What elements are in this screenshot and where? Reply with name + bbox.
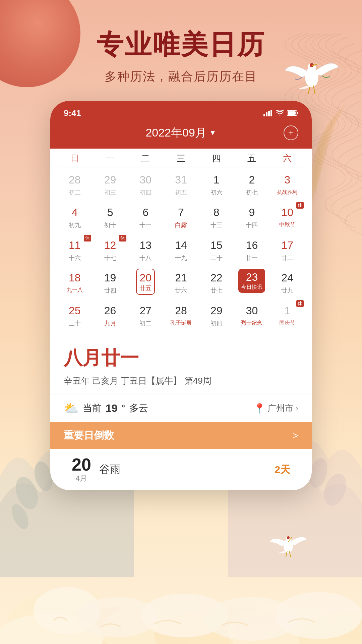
- rest-tag-11: 休: [84, 235, 91, 241]
- day-9-sep[interactable]: 9 十四: [234, 200, 270, 232]
- countdown-day-num: 20: [72, 456, 91, 473]
- weather-chevron-icon: ›: [296, 404, 298, 413]
- month-dropdown-arrow[interactable]: ▼: [209, 128, 217, 137]
- weather-prefix: 当前: [83, 402, 102, 415]
- status-time: 9:41: [64, 108, 81, 118]
- day-7-sep[interactable]: 7 白露: [163, 200, 199, 232]
- day-16-sep[interactable]: 16 廿一: [234, 233, 270, 265]
- phone-mockup: 9:41: [50, 101, 312, 490]
- week-3: 休 11 十六 休 12 十七 13 十八 14 十九: [57, 233, 305, 265]
- day-30-sep[interactable]: 30 烈士纪念: [234, 298, 270, 331]
- day-23-sep-today[interactable]: 23 今日快讯: [234, 265, 270, 298]
- location-dot-icon: 📍: [254, 403, 265, 414]
- crane-bottom-decoration: [268, 530, 308, 560]
- svg-rect-23: [263, 114, 265, 116]
- svg-rect-26: [270, 110, 272, 116]
- rest-tag-1oct: 休: [296, 300, 304, 307]
- day-27-sep[interactable]: 27 初二: [128, 298, 163, 331]
- lunar-date-big: 八月廿一: [64, 345, 298, 371]
- day-31-aug[interactable]: 31 初五: [163, 167, 199, 200]
- day-12-sep[interactable]: 休 12 十七: [93, 233, 128, 265]
- calendar-header: 2022年09月 ▼ +: [50, 120, 312, 149]
- weekday-sat: 六: [269, 153, 305, 164]
- weather-condition: 多云: [129, 402, 148, 415]
- countdown-days-remaining: 2天: [275, 463, 290, 477]
- day-15-sep[interactable]: 15 二十: [199, 233, 234, 265]
- rest-tag-12: 休: [119, 235, 126, 241]
- battery-icon: [287, 110, 298, 116]
- month-title[interactable]: 2022年09月: [145, 125, 206, 141]
- day-28-sep[interactable]: 28 孔子诞辰: [163, 298, 199, 331]
- day-24-sep[interactable]: 24 廿九: [269, 265, 305, 298]
- weather-row[interactable]: ⛅ 当前 19 ° 多云 📍 广州市 ›: [50, 394, 312, 422]
- status-bar: 9:41: [50, 101, 312, 120]
- weekday-fri: 五: [234, 153, 270, 164]
- weekday-sun: 日: [57, 153, 93, 164]
- countdown-title: 重要日倒数: [64, 429, 114, 442]
- week-1: 28 初二 29 初三 30 初四 31 初五 1 初六: [57, 167, 305, 200]
- week-2: 4 初九 5 初十 6 十一 7 白露 8 十三: [57, 200, 305, 232]
- day-21-sep[interactable]: 21 廿六: [163, 265, 199, 298]
- main-title: 专业唯美日历: [97, 27, 265, 63]
- weather-right[interactable]: 📍 广州市 ›: [254, 402, 298, 414]
- day-3-sep[interactable]: 3 抗战胜利: [269, 167, 305, 200]
- day-25-sep[interactable]: 25 三十: [57, 298, 93, 331]
- svg-point-16: [275, 592, 362, 639]
- sub-title: 多种历法，融合后历历在目: [105, 68, 257, 85]
- day-info-panel: 八月廿一 辛丑年 己亥月 丁丑日【属牛】 第49周: [50, 337, 312, 394]
- day-28-aug[interactable]: 28 初二: [57, 167, 93, 200]
- wifi-icon: [276, 110, 284, 116]
- weekday-header: 日 一 二 三 四 五 六: [57, 149, 305, 167]
- countdown-event-name: 谷雨: [99, 462, 266, 477]
- day-6-sep[interactable]: 6 十一: [128, 200, 163, 232]
- status-icons: [263, 110, 298, 116]
- day-4-sep[interactable]: 4 初九: [57, 200, 93, 232]
- day-20-sep[interactable]: 20 廿五: [128, 265, 163, 298]
- day-29-sep[interactable]: 29 初四: [199, 298, 234, 331]
- weekday-wed: 三: [163, 153, 199, 164]
- countdown-arrow-icon: >: [293, 430, 298, 441]
- weather-icon: ⛅: [64, 401, 79, 415]
- weekday-tue: 二: [128, 153, 163, 164]
- countdown-section[interactable]: 重要日倒数 >: [50, 422, 312, 449]
- countdown-card[interactable]: 20 4月 谷雨 2天: [64, 449, 298, 490]
- svg-rect-25: [268, 111, 270, 116]
- svg-rect-28: [288, 111, 296, 115]
- add-event-button[interactable]: +: [284, 125, 298, 140]
- day-22-sep[interactable]: 22 廿七: [199, 265, 234, 298]
- svg-rect-24: [266, 112, 267, 116]
- day-18-sep[interactable]: 18 九一八: [57, 265, 93, 298]
- day-29-aug[interactable]: 29 初三: [93, 167, 128, 200]
- weekday-mon: 一: [93, 153, 128, 164]
- countdown-date: 20 4月: [72, 456, 91, 483]
- weather-temperature: 19: [106, 402, 118, 415]
- week-5: 25 三十 26 九月 27 初二 28 孔子诞辰 29 初四: [57, 298, 305, 331]
- day-8-sep[interactable]: 8 十三: [199, 200, 234, 232]
- week-4: 18 九一八 19 廿四 20 廿五 21 廿六: [57, 265, 305, 298]
- weather-left: ⛅ 当前 19 ° 多云: [64, 401, 148, 415]
- day-13-sep[interactable]: 13 十八: [128, 233, 163, 265]
- weather-degree: °: [122, 403, 125, 414]
- rest-tag-10: 休: [296, 202, 304, 209]
- lunar-detail: 辛丑年 己亥月 丁丑日【属牛】 第49周: [64, 374, 298, 387]
- weather-location: 广州市: [267, 402, 294, 414]
- svg-rect-29: [297, 112, 298, 114]
- weekday-thu: 四: [199, 153, 234, 164]
- day-1-oct[interactable]: 休 1 国庆节: [269, 298, 305, 331]
- day-11-sep[interactable]: 休 11 十六: [57, 233, 93, 265]
- day-14-sep[interactable]: 14 十九: [163, 233, 199, 265]
- day-2-sep[interactable]: 2 初七: [234, 167, 270, 200]
- countdown-month: 4月: [76, 473, 87, 483]
- day-5-sep[interactable]: 5 初十: [93, 200, 128, 232]
- calendar-body: 日 一 二 三 四 五 六 28 初二 29 初三 30: [50, 149, 312, 337]
- day-17-sep[interactable]: 17 廿二: [269, 233, 305, 265]
- day-30-aug[interactable]: 30 初四: [128, 167, 163, 200]
- signal-icon: [263, 110, 273, 116]
- day-26-sep[interactable]: 26 九月: [93, 298, 128, 331]
- day-19-sep[interactable]: 19 廿四: [93, 265, 128, 298]
- day-1-sep[interactable]: 1 初六: [199, 167, 234, 200]
- svg-point-22: [287, 536, 290, 539]
- day-10-sep[interactable]: 休 10 中秋节: [269, 200, 305, 232]
